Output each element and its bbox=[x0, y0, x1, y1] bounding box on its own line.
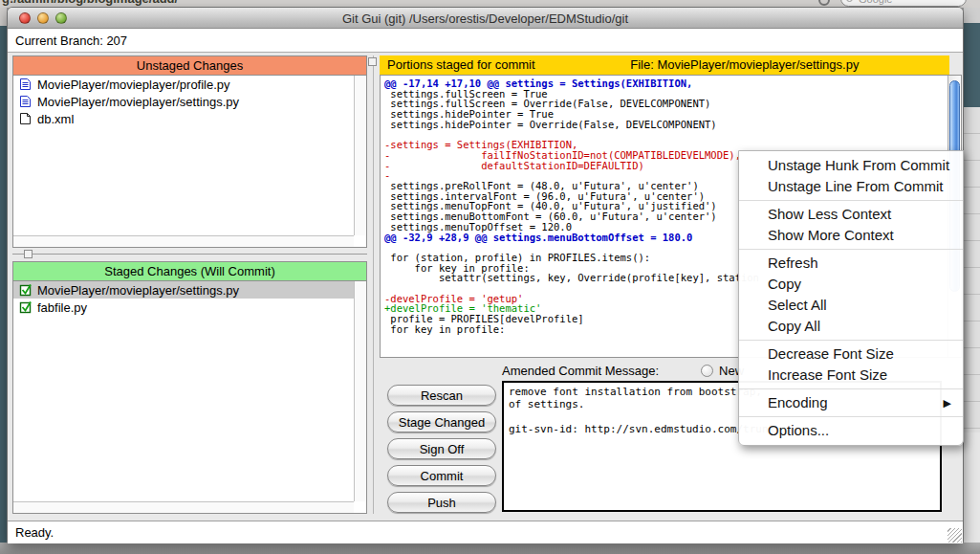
context-menu-item: ▶ bbox=[739, 337, 963, 343]
diff-header-bar: Portions staged for commit File: MoviePl… bbox=[380, 55, 949, 75]
menu-item-label: Copy bbox=[768, 276, 801, 292]
menu-item-label: Decrease Font Size bbox=[768, 345, 894, 362]
background-right-strip-lines bbox=[964, 107, 980, 432]
commit-button[interactable]: Commit bbox=[387, 465, 496, 486]
menu-item-label: Unstage Hunk From Commit bbox=[768, 157, 949, 173]
background-left-strip-top bbox=[0, 8, 7, 26]
file-name: MoviePlayer/movieplayer/settings.py bbox=[37, 283, 239, 298]
commit-message-header: Amended Commit Message: New bbox=[502, 362, 744, 379]
menu-item-label: Show Less Context bbox=[768, 206, 891, 222]
diff-header-title: Portions staged for commit bbox=[380, 55, 630, 75]
staged-vertical-scrollbar[interactable] bbox=[354, 281, 366, 501]
background-bottom-strip bbox=[0, 543, 980, 554]
file-name: fabfile.py bbox=[37, 300, 87, 315]
refresh-icon bbox=[818, 0, 830, 6]
context-menu-item: ▶ bbox=[739, 413, 963, 420]
file-name: MoviePlayer/movieplayer/profile.py bbox=[37, 78, 230, 92]
modified-file-icon bbox=[19, 78, 33, 91]
context-menu-item[interactable]: Encoding ▶ bbox=[739, 392, 963, 413]
context-menu-item[interactable]: Copy ▶ bbox=[739, 274, 963, 295]
status-text: Ready. bbox=[15, 525, 54, 540]
context-menu-item[interactable]: Unstage Hunk From Commit ▶ bbox=[739, 155, 963, 176]
context-menu-item[interactable]: Unstage Line From Commit ▶ bbox=[739, 176, 963, 197]
unstaged-file-list: MoviePlayer/movieplayer/profile.py Movie… bbox=[13, 76, 354, 235]
staged-check-icon bbox=[19, 283, 33, 297]
vertical-splitter[interactable] bbox=[367, 55, 380, 514]
current-branch-bar: Current Branch: 207 bbox=[8, 29, 963, 53]
action-buttons: Rescan Stage Changed Sign Off Commit Pus… bbox=[387, 385, 496, 519]
background-left-strip bbox=[0, 26, 7, 554]
unstaged-changes-header: Unstaged Changes bbox=[13, 56, 366, 76]
splitter-line bbox=[12, 254, 367, 255]
vertical-splitter-line bbox=[373, 55, 374, 514]
context-menu-item[interactable]: Copy All ▶ bbox=[739, 316, 963, 337]
current-branch-label: Current Branch: bbox=[15, 33, 103, 48]
context-menu-item[interactable]: Select All ▶ bbox=[739, 295, 963, 316]
rescan-button[interactable]: Rescan bbox=[387, 385, 496, 406]
unstaged-vertical-scrollbar[interactable] bbox=[354, 76, 366, 235]
menu-item-label: Show More Context bbox=[768, 227, 894, 243]
current-branch-value: 207 bbox=[106, 33, 127, 48]
unstaged-horizontal-scrollbar[interactable] bbox=[13, 235, 354, 247]
file-row[interactable]: fabfile.py bbox=[13, 299, 354, 316]
modified-file-icon bbox=[19, 95, 33, 108]
context-menu-item[interactable]: Refresh ▶ bbox=[739, 253, 963, 274]
search-icon bbox=[846, 0, 853, 2]
sign-off-button[interactable]: Sign Off bbox=[387, 438, 496, 459]
context-menu-item: ▶ bbox=[739, 246, 963, 253]
context-menu: Unstage Hunk From Commit ▶ Unstage Line … bbox=[738, 150, 964, 446]
vertical-splitter-handle[interactable] bbox=[368, 57, 377, 66]
background-url-fragment: g!/admin/blog/blogimage/add/ bbox=[2, 0, 178, 6]
staged-horizontal-scrollbar[interactable] bbox=[13, 501, 354, 513]
file-name: db.xml bbox=[37, 112, 74, 126]
background-right-strip-teal bbox=[964, 23, 980, 107]
window-title: Git Gui (git) /Users/orestis/Developer/E… bbox=[8, 11, 963, 26]
menu-item-label: Increase Font Size bbox=[768, 366, 887, 383]
context-menu-item[interactable]: Show Less Context ▶ bbox=[739, 204, 963, 225]
menu-item-label: Unstage Line From Commit bbox=[768, 178, 943, 194]
amended-commit-message-label: Amended Commit Message: bbox=[502, 364, 659, 378]
file-name: MoviePlayer/movieplayer/settings.py bbox=[37, 95, 239, 109]
background-right-strip-low bbox=[964, 432, 980, 543]
submenu-arrow-icon: ▶ bbox=[944, 392, 951, 413]
context-menu-item: ▶ bbox=[739, 386, 963, 392]
menu-item-label: Select All bbox=[768, 297, 827, 313]
splitter-handle[interactable] bbox=[24, 250, 33, 258]
staged-file-list: MoviePlayer/movieplayer/settings.py fabf… bbox=[13, 281, 354, 501]
background-search-field: Google bbox=[840, 0, 967, 7]
staged-changes-header: Staged Changes (Will Commit) bbox=[13, 262, 366, 281]
menu-item-label: Copy All bbox=[768, 318, 820, 334]
title-bar: Git Gui (git) /Users/orestis/Developer/E… bbox=[8, 8, 963, 29]
staged-check-icon bbox=[19, 300, 33, 314]
diff-header-file: File: MoviePlayer/movieplayer/settings.p… bbox=[630, 55, 859, 75]
search-label: Google bbox=[859, 0, 892, 5]
untracked-file-icon bbox=[19, 112, 33, 125]
new-commit-radio[interactable] bbox=[701, 365, 713, 377]
context-menu-item[interactable]: Increase Font Size ▶ bbox=[739, 365, 963, 386]
file-row[interactable]: db.xml bbox=[13, 110, 354, 127]
context-menu-item[interactable]: Show More Context ▶ bbox=[739, 225, 963, 246]
menu-item-label: Options... bbox=[768, 422, 829, 438]
horizontal-splitter[interactable] bbox=[12, 248, 367, 261]
background-right-strip-top bbox=[964, 8, 980, 23]
context-menu-item: ▶ bbox=[739, 197, 963, 204]
file-row[interactable]: MoviePlayer/movieplayer/profile.py bbox=[13, 76, 354, 93]
status-bar: Ready. bbox=[8, 521, 963, 543]
resize-grip[interactable] bbox=[947, 528, 962, 543]
context-menu-item[interactable]: Options... ▶ bbox=[739, 420, 963, 441]
diff-line[interactable]: settings.hidePointer = Override(False, D… bbox=[384, 120, 946, 130]
staged-changes-panel: Staged Changes (Will Commit) MoviePlayer… bbox=[12, 261, 367, 514]
push-button[interactable]: Push bbox=[387, 492, 496, 513]
stage-changed-button[interactable]: Stage Changed bbox=[387, 411, 496, 432]
unstaged-changes-panel: Unstaged Changes MoviePlayer/movieplayer… bbox=[12, 55, 367, 248]
menu-item-label: Encoding bbox=[768, 394, 828, 410]
menu-item-label: Refresh bbox=[768, 255, 818, 271]
context-menu-item[interactable]: Decrease Font Size ▶ bbox=[739, 343, 963, 365]
file-row[interactable]: MoviePlayer/movieplayer/settings.py bbox=[13, 281, 354, 299]
file-row[interactable]: MoviePlayer/movieplayer/settings.py bbox=[13, 93, 354, 110]
